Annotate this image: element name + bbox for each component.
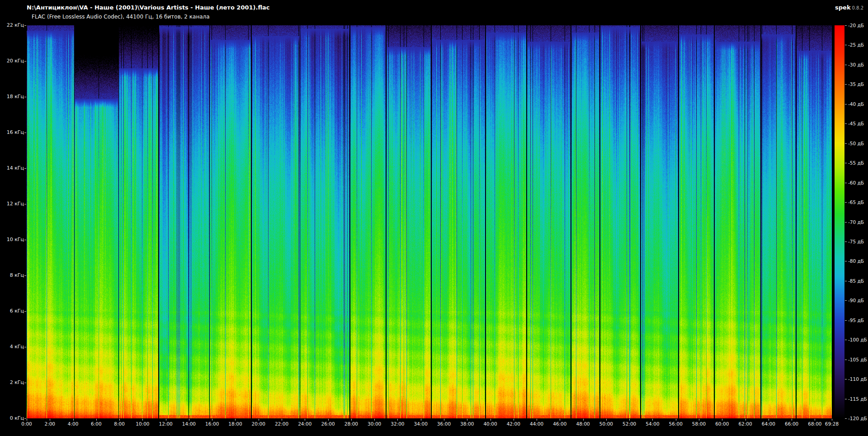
time-tick-mark xyxy=(583,419,584,421)
time-tick-label: 46:00 xyxy=(553,421,566,427)
time-tick-label: 2:00 xyxy=(44,421,55,427)
db-tick-mark xyxy=(845,222,847,223)
freq-tick-mark xyxy=(24,311,26,312)
time-tick-label: 40:00 xyxy=(483,421,497,427)
time-tick-label: 18:00 xyxy=(228,421,242,427)
time-tick-mark xyxy=(652,419,653,421)
freq-tick-label: 18 кГц xyxy=(0,94,24,100)
time-tick-label: 12:00 xyxy=(159,421,173,427)
freq-tick-label: 0 кГц xyxy=(0,415,24,421)
spectrogram-canvas xyxy=(27,25,832,418)
time-tick-label: 26:00 xyxy=(321,421,335,427)
db-tick-mark xyxy=(845,418,847,419)
db-tick-mark xyxy=(845,320,847,321)
time-tick-label: 38:00 xyxy=(460,421,474,427)
time-tick-mark xyxy=(73,419,74,421)
db-tick-label: -50 дБ xyxy=(848,141,864,147)
freq-tick-mark xyxy=(24,275,26,276)
db-tick-mark xyxy=(845,104,847,104)
db-tick-mark xyxy=(845,379,847,379)
db-tick-label: -85 дБ xyxy=(848,278,864,284)
time-tick-label: 0:00 xyxy=(21,421,32,427)
freq-tick-mark xyxy=(24,61,26,62)
time-tick-label: 58:00 xyxy=(692,421,706,427)
time-tick-label: 8:00 xyxy=(114,421,125,427)
time-tick-mark xyxy=(96,419,97,421)
time-tick-mark xyxy=(305,419,305,421)
db-tick-label: -75 дБ xyxy=(848,239,864,245)
db-tick-mark xyxy=(845,183,847,183)
db-tick-mark xyxy=(845,202,847,203)
file-format-info: FLAC (Free Lossless Audio Codec), 44100 … xyxy=(32,14,210,20)
freq-tick-label: 14 кГц xyxy=(0,165,24,171)
db-tick-mark xyxy=(845,143,847,144)
freq-tick-mark xyxy=(24,25,26,26)
time-tick-label: 66:00 xyxy=(785,421,798,427)
time-tick-mark xyxy=(769,419,769,421)
time-tick-mark xyxy=(119,419,120,421)
db-tick-mark xyxy=(845,45,847,45)
time-tick-mark xyxy=(815,419,815,421)
db-tick-label: -35 дБ xyxy=(848,81,864,87)
time-tick-mark xyxy=(676,419,676,421)
time-tick-label: 52:00 xyxy=(623,421,636,427)
freq-tick-mark xyxy=(24,97,26,97)
time-tick-label: 16:00 xyxy=(205,421,219,427)
db-tick-mark xyxy=(845,242,847,242)
freq-tick-mark xyxy=(24,168,26,169)
time-tick-label: 64:00 xyxy=(762,421,775,427)
time-tick-mark xyxy=(467,419,467,421)
freq-tick-mark xyxy=(24,133,26,133)
time-tick-mark xyxy=(142,419,143,421)
time-tick-label: 4:00 xyxy=(68,421,79,427)
db-tick-label: -105 дБ xyxy=(848,357,867,363)
db-tick-label: -100 дБ xyxy=(848,337,867,343)
time-tick-label: 68:00 xyxy=(808,421,821,427)
app-version: 0.8.2 xyxy=(852,5,863,10)
freq-tick-mark xyxy=(24,383,26,383)
time-tick-mark xyxy=(235,419,236,421)
db-tick-mark xyxy=(845,360,847,360)
time-tick-label: 6:00 xyxy=(91,421,102,427)
time-tick-label: 34:00 xyxy=(414,421,428,427)
db-tick-mark xyxy=(845,261,847,261)
freq-tick-label: 20 кГц xyxy=(0,58,24,64)
freq-tick-label: 10 кГц xyxy=(0,237,24,242)
time-tick-mark xyxy=(351,419,352,421)
db-tick-mark xyxy=(845,25,847,26)
time-tick-label: 54:00 xyxy=(646,421,659,427)
freq-tick-label: 4 кГц xyxy=(0,344,24,350)
freq-tick-mark xyxy=(24,204,26,204)
freq-tick-label: 2 кГц xyxy=(0,379,24,385)
time-tick-label: 42:00 xyxy=(507,421,520,427)
time-tick-mark xyxy=(745,419,746,421)
time-tick-label: 60:00 xyxy=(715,421,729,427)
db-tick-label: -80 дБ xyxy=(848,258,864,264)
db-tick-label: -95 дБ xyxy=(848,318,864,323)
freq-tick-mark xyxy=(24,418,26,419)
db-tick-label: -120 дБ xyxy=(848,416,867,422)
db-tick-mark xyxy=(845,65,847,65)
time-tick-mark xyxy=(444,419,444,421)
time-tick-mark xyxy=(212,419,212,421)
time-tick-mark xyxy=(606,419,607,421)
db-tick-label: -65 дБ xyxy=(848,199,864,205)
db-tick-mark xyxy=(845,399,847,399)
time-tick-mark xyxy=(189,419,189,421)
app-name: spek xyxy=(835,4,851,11)
time-tick-label: 50:00 xyxy=(599,421,613,427)
time-tick-label: 24:00 xyxy=(298,421,311,427)
db-tick-label: -115 дБ xyxy=(848,396,867,402)
freq-tick-mark xyxy=(24,347,26,347)
db-tick-label: -20 дБ xyxy=(848,23,864,28)
time-tick-mark xyxy=(514,419,514,421)
time-tick-label: 69:28 xyxy=(825,421,839,427)
time-tick-label: 30:00 xyxy=(368,421,381,427)
db-tick-label: -60 дБ xyxy=(848,180,864,186)
freq-tick-label: 12 кГц xyxy=(0,201,24,207)
db-tick-label: -90 дБ xyxy=(848,298,864,303)
time-tick-mark xyxy=(722,419,722,421)
freq-tick-label: 8 кГц xyxy=(0,272,24,278)
time-tick-mark xyxy=(491,419,491,421)
time-tick-mark xyxy=(699,419,699,421)
